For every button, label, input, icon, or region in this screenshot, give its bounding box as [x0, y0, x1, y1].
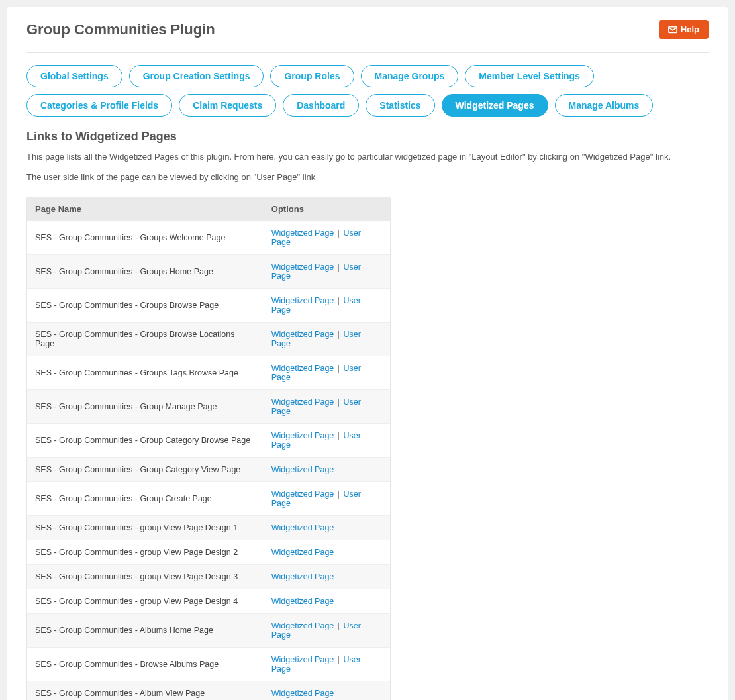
col-options: Options — [264, 197, 390, 221]
tab-dashboard[interactable]: Dashboard — [283, 94, 359, 117]
tab-manage-groups[interactable]: Manage Groups — [361, 65, 459, 87]
table-row: SES - Group Communities - group View Pag… — [27, 564, 390, 589]
page-name-cell: SES - Group Communities - Group Manage P… — [27, 389, 264, 423]
table-row: SES - Group Communities - Browse Albums … — [27, 647, 390, 681]
col-page-name: Page Name — [27, 197, 264, 221]
table-row: SES - Group Communities - Group Create P… — [27, 481, 390, 515]
widgetized-page-link[interactable]: Widgetized Page — [271, 330, 334, 339]
page-name-cell: SES - Group Communities - group View Pag… — [27, 540, 264, 564]
mail-icon — [668, 26, 677, 34]
page-name-cell: SES - Group Communities - Album View Pag… — [27, 681, 264, 700]
page-name-cell: SES - Group Communities - Browse Albums … — [27, 647, 264, 681]
widgetized-page-link[interactable]: Widgetized Page — [271, 621, 334, 630]
widgetized-page-link[interactable]: Widgetized Page — [271, 548, 334, 557]
options-cell: Widgetized Page — [264, 589, 390, 613]
table-row: SES - Group Communities - group View Pag… — [27, 589, 390, 613]
widgetized-page-link[interactable]: Widgetized Page — [271, 597, 334, 606]
widgetized-page-link[interactable]: Widgetized Page — [271, 572, 334, 581]
tab-claim-requests[interactable]: Claim Requests — [179, 94, 276, 117]
help-label: Help — [681, 25, 699, 34]
separator: | — [335, 296, 342, 305]
table-row: SES - Group Communities - Groups Browse … — [27, 288, 390, 322]
table-row: SES - Group Communities - group View Pag… — [27, 515, 390, 540]
tab-bar: Global SettingsGroup Creation SettingsGr… — [26, 65, 709, 117]
tab-statistics[interactable]: Statistics — [366, 94, 434, 117]
widgetized-page-link[interactable]: Widgetized Page — [271, 262, 334, 272]
section-desc-2: The user side link of the page can be vi… — [26, 171, 709, 185]
table-row: SES - Group Communities - Album View Pag… — [27, 681, 390, 700]
table-row: SES - Group Communities - Group Category… — [27, 457, 390, 481]
page-name-cell: SES - Group Communities - group View Pag… — [27, 564, 264, 589]
separator: | — [335, 330, 342, 339]
widgetized-page-link[interactable]: Widgetized Page — [271, 689, 334, 698]
options-cell: Widgetized Page | User Page — [264, 481, 390, 515]
help-button[interactable]: Help — [659, 20, 709, 39]
separator: | — [335, 262, 342, 272]
tab-manage-albums[interactable]: Manage Albums — [555, 94, 654, 117]
header: Group Communities Plugin Help — [26, 20, 709, 53]
table-row: SES - Group Communities - Group Manage P… — [27, 389, 390, 423]
widgetized-page-link[interactable]: Widgetized Page — [271, 431, 334, 440]
admin-panel: Group Communities Plugin Help Global Set… — [7, 7, 728, 700]
page-name-cell: SES - Group Communities - group View Pag… — [27, 589, 264, 613]
options-cell: Widgetized Page — [264, 540, 390, 564]
widgetized-page-link[interactable]: Widgetized Page — [271, 397, 334, 407]
page-title: Group Communities Plugin — [26, 21, 215, 38]
options-cell: Widgetized Page | User Page — [264, 647, 390, 681]
widgetized-page-link[interactable]: Widgetized Page — [271, 655, 334, 664]
page-name-cell: SES - Group Communities - Group Category… — [27, 457, 264, 481]
page-name-cell: SES - Group Communities - group View Pag… — [27, 515, 264, 540]
separator: | — [335, 655, 342, 664]
table-row: SES - Group Communities - group View Pag… — [27, 540, 390, 564]
widgetized-page-link[interactable]: Widgetized Page — [271, 228, 334, 238]
section-desc-1: This page lists all the Widgetized Pages… — [26, 150, 709, 164]
options-cell: Widgetized Page | User Page — [264, 288, 390, 322]
separator: | — [335, 364, 342, 373]
table-row: SES - Group Communities - Groups Welcome… — [27, 221, 390, 254]
separator: | — [335, 431, 342, 440]
separator: | — [335, 621, 342, 630]
widgetized-page-link[interactable]: Widgetized Page — [271, 489, 334, 499]
options-cell: Widgetized Page — [264, 457, 390, 481]
tab-group-roles[interactable]: Group Roles — [270, 65, 354, 87]
options-cell: Widgetized Page | User Page — [264, 254, 390, 288]
widgetized-page-link[interactable]: Widgetized Page — [271, 465, 334, 474]
table-row: SES - Group Communities - Albums Home Pa… — [27, 613, 390, 647]
options-cell: Widgetized Page — [264, 515, 390, 540]
page-name-cell: SES - Group Communities - Groups Browse … — [27, 288, 264, 322]
options-cell: Widgetized Page — [264, 564, 390, 589]
page-name-cell: SES - Group Communities - Group Create P… — [27, 481, 264, 515]
tab-group-creation-settings[interactable]: Group Creation Settings — [129, 65, 264, 87]
widgetized-page-link[interactable]: Widgetized Page — [271, 296, 334, 305]
page-name-cell: SES - Group Communities - Albums Home Pa… — [27, 613, 264, 647]
section-title: Links to Widgetized Pages — [26, 130, 709, 144]
table-row: SES - Group Communities - Groups Home Pa… — [27, 254, 390, 288]
options-cell: Widgetized Page | User Page — [264, 356, 390, 389]
table-row: SES - Group Communities - Groups Tags Br… — [27, 356, 390, 389]
options-cell: Widgetized Page | User Page — [264, 613, 390, 647]
page-name-cell: SES - Group Communities - Groups Browse … — [27, 322, 264, 356]
table-header-row: Page Name Options — [27, 197, 390, 221]
page-name-cell: SES - Group Communities - Group Category… — [27, 423, 264, 457]
table-row: SES - Group Communities - Groups Browse … — [27, 322, 390, 356]
table-row: SES - Group Communities - Group Category… — [27, 423, 390, 457]
options-cell: Widgetized Page | User Page — [264, 322, 390, 356]
page-name-cell: SES - Group Communities - Groups Home Pa… — [27, 254, 264, 288]
options-cell: Widgetized Page — [264, 681, 390, 700]
tab-categories-profile-fields[interactable]: Categories & Profile Fields — [26, 94, 172, 117]
widgetized-page-link[interactable]: Widgetized Page — [271, 523, 334, 532]
separator: | — [335, 489, 342, 499]
separator: | — [335, 397, 342, 407]
tab-global-settings[interactable]: Global Settings — [26, 65, 122, 87]
tab-member-level-settings[interactable]: Member Level Settings — [465, 65, 594, 87]
tab-widgetized-pages[interactable]: Widgetized Pages — [442, 94, 548, 117]
options-cell: Widgetized Page | User Page — [264, 389, 390, 423]
separator: | — [335, 228, 342, 238]
page-name-cell: SES - Group Communities - Groups Tags Br… — [27, 356, 264, 389]
page-name-cell: SES - Group Communities - Groups Welcome… — [27, 221, 264, 254]
widgetized-pages-table: Page Name Options SES - Group Communitie… — [26, 197, 391, 700]
options-cell: Widgetized Page | User Page — [264, 423, 390, 457]
options-cell: Widgetized Page | User Page — [264, 221, 390, 254]
widgetized-page-link[interactable]: Widgetized Page — [271, 364, 334, 373]
